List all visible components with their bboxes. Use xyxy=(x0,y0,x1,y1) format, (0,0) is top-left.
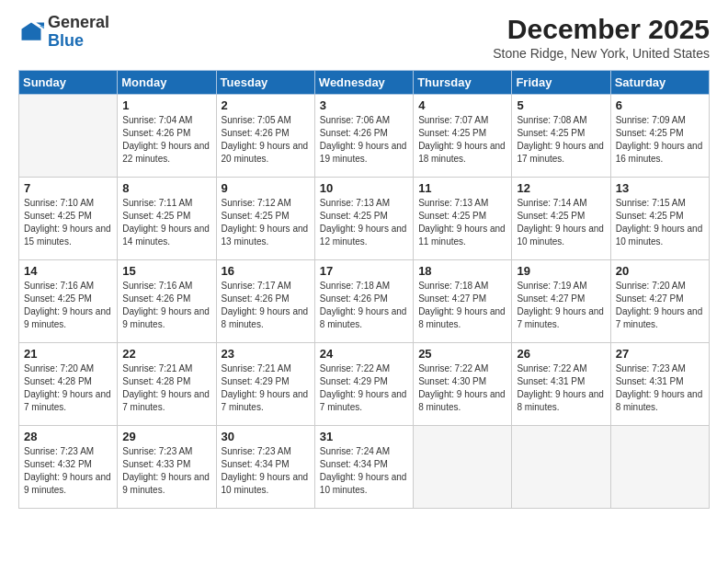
day-number: 18 xyxy=(418,264,506,278)
logo: General Blue xyxy=(18,14,109,51)
day-number: 12 xyxy=(517,181,605,195)
day-cell: 23Sunrise: 7:21 AMSunset: 4:29 PMDayligh… xyxy=(216,343,314,426)
day-info: Sunrise: 7:16 AMSunset: 4:26 PMDaylight:… xyxy=(122,280,210,331)
logo-icon xyxy=(18,19,44,45)
day-info: Sunrise: 7:18 AMSunset: 4:26 PMDaylight:… xyxy=(320,280,408,331)
day-info: Sunrise: 7:09 AMSunset: 4:25 PMDaylight:… xyxy=(616,114,704,166)
day-number: 14 xyxy=(24,264,112,278)
day-cell: 13Sunrise: 7:15 AMSunset: 4:25 PMDayligh… xyxy=(610,178,709,260)
day-number: 22 xyxy=(122,347,210,361)
day-number: 29 xyxy=(122,430,210,443)
day-cell: 16Sunrise: 7:17 AMSunset: 4:26 PMDayligh… xyxy=(216,260,314,343)
day-number: 1 xyxy=(122,98,210,112)
day-info: Sunrise: 7:06 AMSunset: 4:26 PMDaylight:… xyxy=(320,114,408,166)
day-info: Sunrise: 7:21 AMSunset: 4:28 PMDaylight:… xyxy=(122,362,210,414)
week-row-0: 1Sunrise: 7:04 AMSunset: 4:26 PMDaylight… xyxy=(19,95,710,178)
day-info: Sunrise: 7:20 AMSunset: 4:27 PMDaylight:… xyxy=(616,280,704,331)
day-info: Sunrise: 7:19 AMSunset: 4:27 PMDaylight:… xyxy=(517,280,605,331)
day-info: Sunrise: 7:13 AMSunset: 4:25 PMDaylight:… xyxy=(418,197,506,248)
day-info: Sunrise: 7:13 AMSunset: 4:25 PMDaylight:… xyxy=(320,197,408,248)
day-number: 31 xyxy=(320,430,408,443)
day-info: Sunrise: 7:12 AMSunset: 4:25 PMDaylight:… xyxy=(222,197,310,248)
day-number: 17 xyxy=(320,264,408,278)
day-cell: 6Sunrise: 7:09 AMSunset: 4:25 PMDaylight… xyxy=(610,95,709,178)
logo-blue: Blue xyxy=(48,32,109,51)
svg-marker-0 xyxy=(22,22,41,40)
day-cell xyxy=(610,426,709,509)
day-cell: 5Sunrise: 7:08 AMSunset: 4:25 PMDaylight… xyxy=(512,95,610,178)
day-cell: 2Sunrise: 7:05 AMSunset: 4:26 PMDaylight… xyxy=(216,95,314,178)
day-cell: 17Sunrise: 7:18 AMSunset: 4:26 PMDayligh… xyxy=(314,260,413,343)
header-day-thursday: Thursday xyxy=(414,71,512,95)
day-number: 15 xyxy=(122,264,210,278)
day-info: Sunrise: 7:10 AMSunset: 4:25 PMDaylight:… xyxy=(24,197,112,248)
day-number: 8 xyxy=(122,181,210,195)
calendar-header: SundayMondayTuesdayWednesdayThursdayFrid… xyxy=(19,71,710,95)
day-info: Sunrise: 7:24 AMSunset: 4:34 PMDaylight:… xyxy=(320,445,408,497)
day-cell: 31Sunrise: 7:24 AMSunset: 4:34 PMDayligh… xyxy=(314,426,413,509)
logo-text: General Blue xyxy=(48,14,109,51)
header-day-sunday: Sunday xyxy=(19,71,118,95)
day-info: Sunrise: 7:23 AMSunset: 4:32 PMDaylight:… xyxy=(24,445,112,497)
header-row: SundayMondayTuesdayWednesdayThursdayFrid… xyxy=(19,71,710,95)
day-number: 16 xyxy=(222,264,310,278)
day-info: Sunrise: 7:04 AMSunset: 4:26 PMDaylight:… xyxy=(122,114,210,166)
day-cell: 8Sunrise: 7:11 AMSunset: 4:25 PMDaylight… xyxy=(118,178,216,260)
day-cell: 11Sunrise: 7:13 AMSunset: 4:25 PMDayligh… xyxy=(414,178,512,260)
day-info: Sunrise: 7:14 AMSunset: 4:25 PMDaylight:… xyxy=(517,197,605,248)
day-number: 11 xyxy=(418,181,506,195)
day-number: 7 xyxy=(24,181,112,195)
day-cell: 9Sunrise: 7:12 AMSunset: 4:25 PMDaylight… xyxy=(216,178,314,260)
day-number: 10 xyxy=(320,181,408,195)
day-cell: 26Sunrise: 7:22 AMSunset: 4:31 PMDayligh… xyxy=(512,343,610,426)
day-info: Sunrise: 7:23 AMSunset: 4:34 PMDaylight:… xyxy=(222,445,310,497)
day-cell: 4Sunrise: 7:07 AMSunset: 4:25 PMDaylight… xyxy=(414,95,512,178)
day-cell: 19Sunrise: 7:19 AMSunset: 4:27 PMDayligh… xyxy=(512,260,610,343)
subtitle: Stone Ridge, New York, United States xyxy=(493,46,710,61)
day-number: 28 xyxy=(24,430,112,443)
day-info: Sunrise: 7:11 AMSunset: 4:25 PMDaylight:… xyxy=(122,197,210,248)
day-cell: 7Sunrise: 7:10 AMSunset: 4:25 PMDaylight… xyxy=(19,178,118,260)
day-info: Sunrise: 7:17 AMSunset: 4:26 PMDaylight:… xyxy=(222,280,310,331)
day-cell: 15Sunrise: 7:16 AMSunset: 4:26 PMDayligh… xyxy=(118,260,216,343)
day-info: Sunrise: 7:22 AMSunset: 4:30 PMDaylight:… xyxy=(418,362,506,414)
day-number: 13 xyxy=(616,181,704,195)
header-day-saturday: Saturday xyxy=(610,71,709,95)
day-info: Sunrise: 7:07 AMSunset: 4:25 PMDaylight:… xyxy=(418,114,506,166)
day-cell xyxy=(512,426,610,509)
day-number: 19 xyxy=(517,264,605,278)
header-day-friday: Friday xyxy=(512,71,610,95)
page: General Blue December 2025 Stone Ridge, … xyxy=(0,0,728,563)
day-cell: 30Sunrise: 7:23 AMSunset: 4:34 PMDayligh… xyxy=(216,426,314,509)
day-info: Sunrise: 7:23 AMSunset: 4:33 PMDaylight:… xyxy=(122,445,210,497)
day-number: 23 xyxy=(222,347,310,361)
day-number: 4 xyxy=(418,98,506,112)
day-number: 24 xyxy=(320,347,408,361)
title-block: December 2025 Stone Ridge, New York, Uni… xyxy=(493,14,710,61)
header-day-monday: Monday xyxy=(118,71,216,95)
header: General Blue December 2025 Stone Ridge, … xyxy=(18,14,710,61)
day-info: Sunrise: 7:08 AMSunset: 4:25 PMDaylight:… xyxy=(517,114,605,166)
day-cell xyxy=(19,95,118,178)
day-number: 21 xyxy=(24,347,112,361)
day-info: Sunrise: 7:18 AMSunset: 4:27 PMDaylight:… xyxy=(418,280,506,331)
calendar: SundayMondayTuesdayWednesdayThursdayFrid… xyxy=(18,70,710,509)
main-title: December 2025 xyxy=(493,14,710,44)
day-cell: 24Sunrise: 7:22 AMSunset: 4:29 PMDayligh… xyxy=(314,343,413,426)
day-cell: 1Sunrise: 7:04 AMSunset: 4:26 PMDaylight… xyxy=(118,95,216,178)
day-info: Sunrise: 7:15 AMSunset: 4:25 PMDaylight:… xyxy=(616,197,704,248)
day-number: 6 xyxy=(616,98,704,112)
day-number: 30 xyxy=(222,430,310,443)
day-cell: 10Sunrise: 7:13 AMSunset: 4:25 PMDayligh… xyxy=(314,178,413,260)
day-number: 3 xyxy=(320,98,408,112)
day-info: Sunrise: 7:22 AMSunset: 4:31 PMDaylight:… xyxy=(517,362,605,414)
day-cell: 21Sunrise: 7:20 AMSunset: 4:28 PMDayligh… xyxy=(19,343,118,426)
day-number: 20 xyxy=(616,264,704,278)
day-info: Sunrise: 7:21 AMSunset: 4:29 PMDaylight:… xyxy=(222,362,310,414)
day-number: 27 xyxy=(616,347,704,361)
day-cell: 3Sunrise: 7:06 AMSunset: 4:26 PMDaylight… xyxy=(314,95,413,178)
day-cell: 14Sunrise: 7:16 AMSunset: 4:25 PMDayligh… xyxy=(19,260,118,343)
day-cell xyxy=(414,426,512,509)
week-row-3: 21Sunrise: 7:20 AMSunset: 4:28 PMDayligh… xyxy=(19,343,710,426)
day-info: Sunrise: 7:20 AMSunset: 4:28 PMDaylight:… xyxy=(24,362,112,414)
